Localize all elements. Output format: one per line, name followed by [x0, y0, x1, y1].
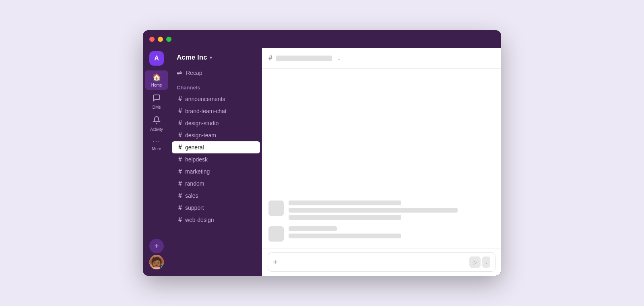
- hash-icon: #: [178, 192, 182, 199]
- channel-name: announcements: [185, 96, 225, 102]
- chevron-down-icon: ⌄: [485, 260, 488, 265]
- send-button-group: ▷ ⌄: [469, 256, 490, 268]
- activity-label: Activity: [150, 127, 163, 132]
- hash-icon: #: [178, 120, 182, 127]
- chevron-down-icon: ⌄: [337, 56, 341, 61]
- home-label: Home: [151, 83, 162, 87]
- hash-icon: #: [178, 180, 182, 187]
- dms-label: DMs: [153, 105, 161, 110]
- skeleton-line: [289, 208, 458, 213]
- channel-item-support[interactable]: # support: [172, 202, 260, 214]
- activity-icon: [153, 116, 161, 126]
- icon-sidebar: A 🏠 Home DMs: [143, 48, 170, 276]
- channel-item-helpdesk[interactable]: # helpdesk: [172, 153, 260, 165]
- channel-item-random[interactable]: # random: [172, 178, 260, 190]
- channel-name: brand-team-chat: [185, 108, 227, 114]
- hash-icon: #: [178, 144, 182, 151]
- channel-item-brand-team-chat[interactable]: # brand-team-chat: [172, 105, 260, 117]
- dms-icon: [153, 94, 161, 104]
- channel-name-skeleton: [276, 56, 332, 61]
- avatar-skeleton: [268, 201, 284, 216]
- sidebar-item-home[interactable]: 🏠 Home: [145, 70, 168, 90]
- chat-header: # ⌄: [262, 48, 501, 69]
- maximize-button[interactable]: [166, 37, 171, 42]
- chat-messages: [262, 69, 501, 248]
- recap-icon: ⇌: [177, 69, 182, 76]
- hash-icon: #: [178, 132, 182, 139]
- channel-name: design-studio: [185, 120, 219, 126]
- close-button[interactable]: [149, 37, 155, 42]
- hash-icon: #: [178, 108, 182, 115]
- hash-icon: #: [178, 95, 182, 103]
- sidebar-item-activity[interactable]: Activity: [145, 114, 168, 134]
- messages-spacer: [268, 75, 495, 194]
- channel-item-general[interactable]: # general: [172, 141, 260, 153]
- more-icon: ···: [153, 138, 160, 145]
- hash-icon: #: [178, 204, 182, 211]
- send-options-button[interactable]: ⌄: [482, 256, 490, 268]
- user-avatar[interactable]: 🧑🏾: [149, 255, 164, 269]
- channel-item-sales[interactable]: # sales: [172, 190, 260, 202]
- app-window: A 🏠 Home DMs: [143, 30, 501, 276]
- add-attachment-button[interactable]: +: [273, 258, 278, 267]
- workspace-name: Acme Inc: [177, 54, 207, 62]
- channel-item-design-studio[interactable]: # design-studio: [172, 117, 260, 129]
- channel-name: sales: [185, 192, 198, 199]
- title-bar: [143, 30, 501, 48]
- minimize-button[interactable]: [158, 37, 163, 42]
- channels-section-label: Channels: [170, 80, 262, 93]
- channel-name: design-team: [185, 132, 216, 139]
- sidebar-item-dms[interactable]: DMs: [145, 91, 168, 112]
- channel-item-web-design[interactable]: # web-design: [172, 214, 260, 226]
- skeleton-line: [289, 201, 401, 205]
- online-status-dot: [160, 265, 163, 269]
- message-content-skeleton: [289, 226, 495, 238]
- chat-input-box: + ▷ ⌄: [268, 252, 495, 272]
- channel-list: # announcements # brand-team-chat # desi…: [170, 93, 262, 226]
- channel-item-announcements[interactable]: # announcements: [172, 93, 260, 105]
- channel-sidebar: Acme Inc ▾ ⇌ Recap Channels # announceme…: [170, 48, 262, 276]
- skeleton-line: [289, 234, 401, 238]
- sidebar-item-more[interactable]: ··· More: [145, 136, 168, 153]
- channel-item-marketing[interactable]: # marketing: [172, 165, 260, 178]
- channel-name: general: [185, 144, 204, 151]
- channel-item-design-team[interactable]: # design-team: [172, 129, 260, 141]
- main-chat-area: # ⌄: [262, 48, 501, 276]
- channel-name: random: [185, 180, 204, 187]
- recap-label: Recap: [186, 70, 202, 76]
- hash-icon: #: [178, 216, 182, 223]
- message-content-skeleton: [289, 201, 495, 220]
- skeleton-line: [289, 215, 401, 220]
- channel-name: marketing: [185, 168, 210, 175]
- avatar-skeleton: [268, 226, 284, 242]
- recap-item[interactable]: ⇌ Recap: [170, 66, 262, 80]
- channel-name: web-design: [185, 217, 214, 223]
- channel-hash-icon: #: [268, 54, 272, 62]
- workspace-chevron-icon: ▾: [210, 55, 212, 60]
- workspace-header[interactable]: Acme Inc ▾: [170, 48, 262, 66]
- hash-icon: #: [178, 156, 182, 163]
- send-button[interactable]: ▷: [469, 256, 481, 268]
- plus-icon: +: [154, 242, 159, 251]
- channel-name: support: [185, 205, 204, 211]
- more-label: More: [152, 147, 161, 151]
- channel-name: helpdesk: [185, 156, 208, 163]
- send-icon: ▷: [473, 259, 477, 265]
- skeleton-line: [289, 226, 337, 231]
- message-skeleton-2: [268, 226, 495, 242]
- app-body: A 🏠 Home DMs: [143, 48, 501, 276]
- workspace-avatar[interactable]: A: [149, 51, 164, 66]
- hash-icon: #: [178, 168, 182, 175]
- message-skeleton-1: [268, 201, 495, 220]
- add-workspace-button[interactable]: +: [149, 239, 164, 253]
- chat-input-area: + ▷ ⌄: [262, 248, 501, 276]
- home-icon: 🏠: [152, 73, 161, 82]
